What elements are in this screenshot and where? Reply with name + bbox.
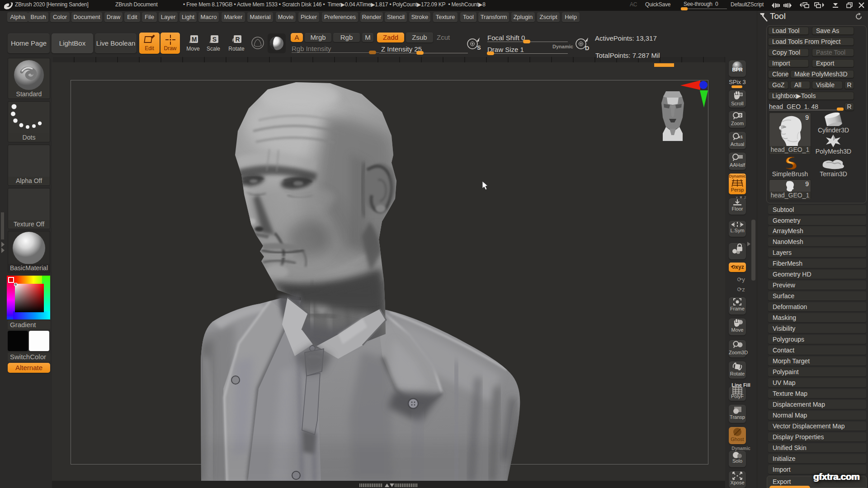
svg-text:x1: x1 bbox=[738, 135, 743, 139]
svg-text:D: D bbox=[585, 45, 589, 52]
svg-text:S: S bbox=[212, 36, 217, 43]
svg-text:S: S bbox=[477, 44, 481, 51]
svg-text:M: M bbox=[192, 36, 197, 43]
svg-text:R: R bbox=[235, 36, 240, 43]
